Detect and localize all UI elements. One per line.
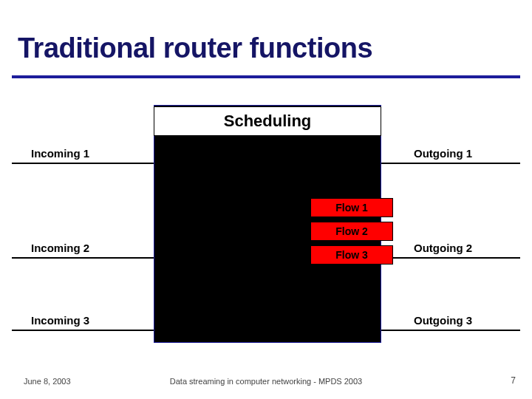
wire-incoming-2 <box>12 257 154 259</box>
wire-outgoing-1 <box>381 163 520 164</box>
flow-box-1: Flow 1 <box>310 198 393 217</box>
scheduling-header: Scheduling <box>154 106 381 136</box>
label-incoming-1: Incoming 1 <box>31 147 89 160</box>
label-incoming-3: Incoming 3 <box>31 314 89 327</box>
label-outgoing-1: Outgoing 1 <box>414 147 472 160</box>
title-underline <box>12 75 520 78</box>
wire-incoming-3 <box>12 330 154 331</box>
slide: Traditional router functions Scheduling … <box>0 0 532 399</box>
label-incoming-2: Incoming 2 <box>31 242 89 254</box>
wire-incoming-1 <box>12 163 154 164</box>
footer-page: 7 <box>511 375 516 386</box>
slide-title: Traditional router functions <box>18 33 372 64</box>
flow-box-3: Flow 3 <box>310 245 393 265</box>
label-outgoing-3: Outgoing 3 <box>414 314 472 327</box>
wire-outgoing-2 <box>381 257 520 259</box>
footer-center: Data streaming in computer networking - … <box>0 377 532 386</box>
flow-box-2: Flow 2 <box>310 222 393 241</box>
label-outgoing-2: Outgoing 2 <box>414 242 472 254</box>
wire-outgoing-3 <box>381 330 520 331</box>
